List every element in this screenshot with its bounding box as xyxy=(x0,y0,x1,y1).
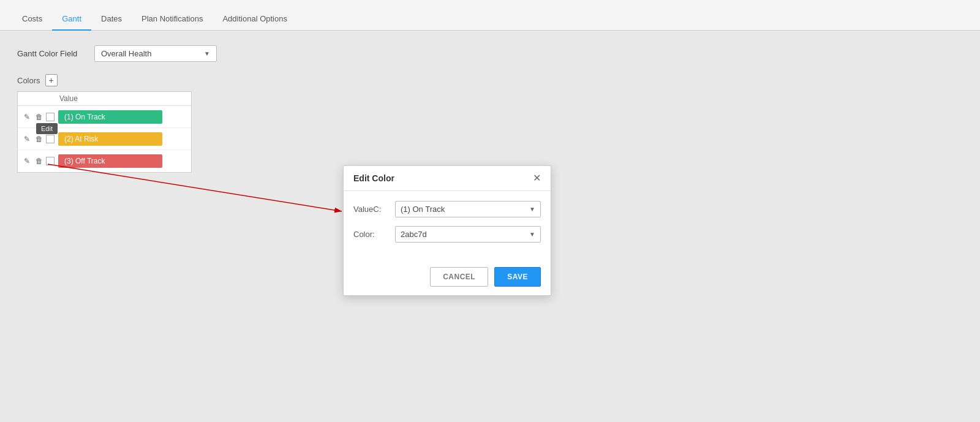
tab-dates[interactable]: Dates xyxy=(91,8,132,31)
main-content: Gantt Color Field Overall Health ▼ Color… xyxy=(0,31,980,422)
edit-icon-button[interactable]: ✎ xyxy=(21,156,32,167)
colors-header: Colors + xyxy=(17,74,963,86)
top-tabs: Costs Gantt Dates Plan Notifications Add… xyxy=(0,0,980,31)
tab-additional-options[interactable]: Additional Options xyxy=(213,8,297,31)
modal-value-label: ValueC: xyxy=(353,205,390,214)
modal-color-dropdown[interactable]: 2abc7d ▼ xyxy=(395,226,541,243)
gantt-color-field-dropdown[interactable]: Overall Health ▼ xyxy=(94,45,217,62)
cancel-button[interactable]: CANCEL xyxy=(430,267,488,287)
edit-tooltip: Edit xyxy=(36,123,58,134)
add-color-button[interactable]: + xyxy=(45,74,58,86)
tab-gantt[interactable]: Gantt xyxy=(52,8,91,31)
delete-icon-button[interactable]: 🗑 xyxy=(34,111,45,122)
modal-title: Edit Color xyxy=(353,173,394,183)
row-checkbox[interactable] xyxy=(46,113,55,121)
gantt-color-field-value: Overall Health xyxy=(101,49,151,58)
modal-body: ValueC: (1) On Track ▼ Color: 2abc7d ▼ xyxy=(344,191,551,261)
modal-footer: CANCEL SAVE xyxy=(344,261,551,295)
table-row: ✎ 🗑 (1) On Track Edit xyxy=(18,106,191,128)
edit-icon-button[interactable]: ✎ xyxy=(21,134,32,145)
save-button[interactable]: SAVE xyxy=(494,267,541,287)
chevron-down-icon: ▼ xyxy=(529,206,535,213)
edit-color-modal: Edit Color ✕ ValueC: (1) On Track ▼ Colo… xyxy=(343,165,551,296)
modal-color-label: Color: xyxy=(353,230,390,239)
table-column-value: Value xyxy=(59,94,78,103)
table-row: ✎ 🗑 (3) Off Track xyxy=(18,150,191,172)
row-icons: ✎ 🗑 xyxy=(21,134,58,145)
modal-color-row: Color: 2abc7d ▼ xyxy=(353,226,541,243)
tab-plan-notifications[interactable]: Plan Notifications xyxy=(132,8,213,31)
chevron-down-icon: ▼ xyxy=(529,231,535,238)
row-checkbox[interactable] xyxy=(46,135,55,143)
colors-label: Colors xyxy=(17,76,40,85)
gantt-color-field-row: Gantt Color Field Overall Health ▼ xyxy=(17,45,963,62)
modal-value-dropdown[interactable]: (1) On Track ▼ xyxy=(395,201,541,217)
table-header: Value xyxy=(18,92,191,106)
at-risk-badge: (2) At Risk xyxy=(58,132,162,146)
edit-icon-button[interactable]: ✎ xyxy=(21,111,32,122)
row-checkbox[interactable] xyxy=(46,157,55,165)
row-icons: ✎ 🗑 xyxy=(21,111,58,122)
row-icons: ✎ 🗑 xyxy=(21,156,58,167)
modal-value-row: ValueC: (1) On Track ▼ xyxy=(353,201,541,217)
modal-value-selected: (1) On Track xyxy=(401,205,445,214)
colors-table: Value ✎ 🗑 (1) On Track Edit ✎ 🗑 (2) At R… xyxy=(17,91,192,173)
chevron-down-icon: ▼ xyxy=(204,50,210,57)
tab-costs[interactable]: Costs xyxy=(12,8,52,31)
modal-header: Edit Color ✕ xyxy=(344,166,551,191)
off-track-badge: (3) Off Track xyxy=(58,154,162,168)
delete-icon-button[interactable]: 🗑 xyxy=(34,156,45,167)
modal-color-value: 2abc7d xyxy=(401,230,427,239)
gantt-color-field-label: Gantt Color Field xyxy=(17,49,85,58)
delete-icon-button[interactable]: 🗑 xyxy=(34,134,45,145)
modal-close-button[interactable]: ✕ xyxy=(533,173,541,183)
on-track-badge: (1) On Track xyxy=(58,110,162,124)
